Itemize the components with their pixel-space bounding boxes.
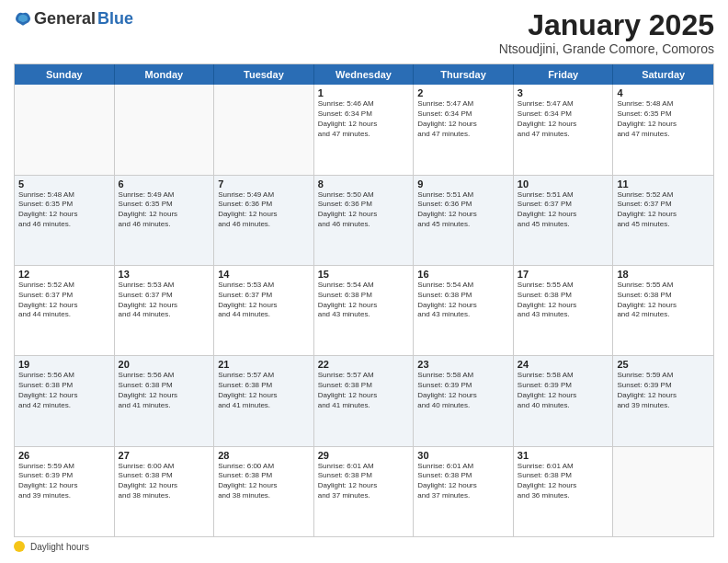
cell-details: Sunrise: 5:58 AMSunset: 6:39 PMDaylight:… bbox=[518, 371, 609, 410]
main-title: January 2025 bbox=[499, 9, 714, 41]
footer: Daylight hours bbox=[14, 537, 714, 554]
cell-details: Sunrise: 5:55 AMSunset: 6:38 PMDaylight:… bbox=[617, 281, 710, 320]
cell-details: Sunrise: 5:50 AMSunset: 6:36 PMDaylight:… bbox=[318, 190, 410, 230]
cell-details: Sunrise: 5:53 AMSunset: 6:37 PMDaylight:… bbox=[119, 281, 210, 320]
day-number: 17 bbox=[518, 269, 609, 280]
table-row: 29Sunrise: 6:01 AMSunset: 6:38 PMDayligh… bbox=[314, 447, 415, 536]
table-row: 15Sunrise: 5:54 AMSunset: 6:38 PMDayligh… bbox=[314, 266, 415, 355]
day-number: 26 bbox=[18, 450, 110, 461]
table-row: 31Sunrise: 6:01 AMSunset: 6:38 PMDayligh… bbox=[514, 447, 614, 536]
header-cell-wednesday: Wednesday bbox=[314, 64, 415, 85]
table-row: 17Sunrise: 5:55 AMSunset: 6:38 PMDayligh… bbox=[514, 266, 614, 355]
cell-details: Sunrise: 5:51 AMSunset: 6:37 PMDaylight:… bbox=[518, 190, 609, 230]
day-number: 11 bbox=[617, 178, 710, 190]
page: General Blue January 2025 Ntsoudjini, Gr… bbox=[0, 0, 728, 563]
day-number: 28 bbox=[218, 450, 310, 461]
table-row: 25Sunrise: 5:59 AMSunset: 6:39 PMDayligh… bbox=[613, 356, 713, 445]
header-cell-saturday: Saturday bbox=[613, 64, 713, 85]
subtitle: Ntsoudjini, Grande Comore, Comoros bbox=[499, 41, 714, 56]
table-row: 6Sunrise: 5:49 AMSunset: 6:35 PMDaylight… bbox=[115, 176, 215, 265]
table-row: 12Sunrise: 5:52 AMSunset: 6:37 PMDayligh… bbox=[15, 266, 115, 355]
calendar-row-3: 12Sunrise: 5:52 AMSunset: 6:37 PMDayligh… bbox=[15, 266, 713, 356]
calendar-row-2: 5Sunrise: 5:48 AMSunset: 6:35 PMDaylight… bbox=[15, 176, 713, 266]
daylight-icon bbox=[14, 541, 25, 552]
table-row: 26Sunrise: 5:59 AMSunset: 6:39 PMDayligh… bbox=[15, 447, 115, 536]
table-row: 8Sunrise: 5:50 AMSunset: 6:36 PMDaylight… bbox=[314, 176, 415, 265]
day-number: 24 bbox=[518, 359, 609, 370]
cell-details: Sunrise: 5:49 AMSunset: 6:35 PMDaylight:… bbox=[119, 190, 210, 230]
header-cell-tuesday: Tuesday bbox=[214, 64, 314, 85]
table-row bbox=[15, 85, 115, 174]
day-number: 29 bbox=[318, 450, 410, 461]
cell-details: Sunrise: 6:00 AMSunset: 6:38 PMDaylight:… bbox=[119, 462, 210, 501]
day-number: 13 bbox=[119, 269, 210, 280]
table-row: 24Sunrise: 5:58 AMSunset: 6:39 PMDayligh… bbox=[514, 356, 614, 445]
cell-details: Sunrise: 5:53 AMSunset: 6:37 PMDaylight:… bbox=[218, 281, 310, 320]
cell-details: Sunrise: 6:01 AMSunset: 6:38 PMDaylight:… bbox=[518, 462, 609, 501]
logo-general: General bbox=[34, 9, 96, 29]
day-number: 9 bbox=[417, 178, 509, 190]
table-row: 23Sunrise: 5:58 AMSunset: 6:39 PMDayligh… bbox=[414, 356, 514, 445]
header-cell-sunday: Sunday bbox=[15, 64, 115, 85]
cell-details: Sunrise: 6:01 AMSunset: 6:38 PMDaylight:… bbox=[417, 462, 509, 501]
day-number: 31 bbox=[518, 450, 609, 461]
logo-blue: Blue bbox=[97, 9, 133, 29]
calendar-row-4: 19Sunrise: 5:56 AMSunset: 6:38 PMDayligh… bbox=[15, 356, 713, 446]
table-row: 18Sunrise: 5:55 AMSunset: 6:38 PMDayligh… bbox=[613, 266, 713, 355]
header: General Blue January 2025 Ntsoudjini, Gr… bbox=[14, 9, 714, 56]
table-row: 9Sunrise: 5:51 AMSunset: 6:36 PMDaylight… bbox=[414, 176, 514, 265]
table-row: 14Sunrise: 5:53 AMSunset: 6:37 PMDayligh… bbox=[214, 266, 314, 355]
table-row bbox=[214, 85, 314, 174]
table-row: 11Sunrise: 5:52 AMSunset: 6:37 PMDayligh… bbox=[613, 176, 713, 265]
day-number: 18 bbox=[617, 269, 710, 280]
calendar-header: SundayMondayTuesdayWednesdayThursdayFrid… bbox=[15, 64, 713, 85]
cell-details: Sunrise: 5:54 AMSunset: 6:38 PMDaylight:… bbox=[417, 281, 509, 320]
calendar: SundayMondayTuesdayWednesdayThursdayFrid… bbox=[14, 63, 714, 537]
cell-details: Sunrise: 5:52 AMSunset: 6:37 PMDaylight:… bbox=[617, 190, 710, 230]
cell-details: Sunrise: 5:58 AMSunset: 6:39 PMDaylight:… bbox=[417, 371, 509, 410]
table-row: 16Sunrise: 5:54 AMSunset: 6:38 PMDayligh… bbox=[414, 266, 514, 355]
day-number: 7 bbox=[218, 178, 310, 190]
cell-details: Sunrise: 5:51 AMSunset: 6:36 PMDaylight:… bbox=[417, 190, 509, 230]
table-row: 1Sunrise: 5:46 AMSunset: 6:34 PMDaylight… bbox=[314, 85, 415, 174]
cell-details: Sunrise: 5:54 AMSunset: 6:38 PMDaylight:… bbox=[318, 281, 410, 320]
day-number: 15 bbox=[318, 269, 410, 280]
table-row: 19Sunrise: 5:56 AMSunset: 6:38 PMDayligh… bbox=[15, 356, 115, 445]
day-number: 1 bbox=[318, 87, 410, 98]
logo-icon bbox=[14, 10, 32, 29]
logo: General Blue bbox=[14, 9, 133, 29]
cell-details: Sunrise: 5:57 AMSunset: 6:38 PMDaylight:… bbox=[218, 371, 310, 410]
table-row bbox=[613, 447, 713, 536]
day-number: 2 bbox=[417, 87, 509, 98]
day-number: 16 bbox=[417, 269, 509, 280]
table-row: 27Sunrise: 6:00 AMSunset: 6:38 PMDayligh… bbox=[115, 447, 215, 536]
day-number: 21 bbox=[218, 359, 310, 370]
table-row: 4Sunrise: 5:48 AMSunset: 6:35 PMDaylight… bbox=[613, 85, 713, 174]
table-row bbox=[115, 85, 215, 174]
table-row: 2Sunrise: 5:47 AMSunset: 6:34 PMDaylight… bbox=[414, 85, 514, 174]
calendar-row-5: 26Sunrise: 5:59 AMSunset: 6:39 PMDayligh… bbox=[15, 447, 713, 536]
cell-details: Sunrise: 5:52 AMSunset: 6:37 PMDaylight:… bbox=[18, 281, 110, 320]
day-number: 23 bbox=[417, 359, 509, 370]
table-row: 28Sunrise: 6:00 AMSunset: 6:38 PMDayligh… bbox=[214, 447, 314, 536]
cell-details: Sunrise: 6:00 AMSunset: 6:38 PMDaylight:… bbox=[218, 462, 310, 501]
footer-label: Daylight hours bbox=[30, 542, 89, 552]
table-row: 30Sunrise: 6:01 AMSunset: 6:38 PMDayligh… bbox=[414, 447, 514, 536]
cell-details: Sunrise: 5:49 AMSunset: 6:36 PMDaylight:… bbox=[218, 190, 310, 230]
cell-details: Sunrise: 5:59 AMSunset: 6:39 PMDaylight:… bbox=[18, 462, 110, 501]
day-number: 10 bbox=[518, 178, 609, 190]
table-row: 13Sunrise: 5:53 AMSunset: 6:37 PMDayligh… bbox=[115, 266, 215, 355]
day-number: 3 bbox=[518, 87, 609, 98]
table-row: 20Sunrise: 5:56 AMSunset: 6:38 PMDayligh… bbox=[115, 356, 215, 445]
day-number: 6 bbox=[119, 178, 210, 190]
day-number: 4 bbox=[617, 87, 710, 98]
day-number: 30 bbox=[417, 450, 509, 461]
cell-details: Sunrise: 6:01 AMSunset: 6:38 PMDaylight:… bbox=[318, 462, 410, 501]
header-cell-friday: Friday bbox=[514, 64, 614, 85]
header-cell-thursday: Thursday bbox=[414, 64, 514, 85]
day-number: 27 bbox=[119, 450, 210, 461]
header-cell-monday: Monday bbox=[115, 64, 215, 85]
title-section: January 2025 Ntsoudjini, Grande Comore, … bbox=[499, 9, 714, 56]
cell-details: Sunrise: 5:47 AMSunset: 6:34 PMDaylight:… bbox=[518, 99, 609, 139]
cell-details: Sunrise: 5:46 AMSunset: 6:34 PMDaylight:… bbox=[318, 99, 410, 139]
